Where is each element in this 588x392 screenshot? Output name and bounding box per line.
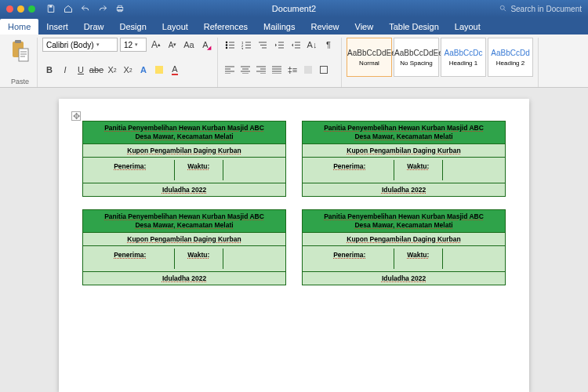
font-group: Calibri (Body)▾ 12▾ A▴ A▾ Aa A◢ B I U ab… [38,38,218,87]
ribbon: Paste Calibri (Body)▾ 12▾ A▴ A▾ Aa A◢ B … [0,34,588,88]
svg-point-9 [225,44,227,45]
page: ✥ Panitia Penyembelihan Hewan Kurban Mas… [59,99,529,392]
align-right-icon[interactable] [254,63,268,77]
svg-rect-2 [118,5,122,7]
svg-rect-0 [49,5,53,7]
ribbon-tabs: HomeInsertDrawDesignLayoutReferencesMail… [0,17,588,34]
font-color-icon[interactable]: A [168,63,182,77]
tab-home[interactable]: Home [0,19,38,34]
tab-view[interactable]: View [347,19,382,34]
tab-review[interactable]: Review [303,19,347,34]
bold-button[interactable]: B [42,63,56,77]
clear-format-icon[interactable]: A◢ [198,38,212,52]
coupon-subtitle: Kupon Pengambilan Daging Kurban [83,233,285,246]
coupon-card: Panitia Penyembelihan Hewan Kurban Masji… [302,121,506,197]
numbering-icon[interactable]: 123 [239,38,253,52]
tab-insert[interactable]: Insert [38,19,76,34]
coupon-card: Panitia Penyembelihan Hewan Kurban Masji… [82,121,286,197]
coupon-fields: Penerima:Waktu: [303,158,505,183]
search-placeholder: Search in Document [510,5,582,13]
coupon-fields: Penerima:Waktu: [303,246,505,272]
tab-design[interactable]: Design [112,19,154,34]
coupon-fields: Penerima:Waktu: [83,246,285,272]
autosave-icon[interactable] [46,4,56,13]
grow-font-icon[interactable]: A▴ [149,38,163,52]
search-icon [499,5,507,13]
tab-layout[interactable]: Layout [447,19,488,34]
tab-references[interactable]: References [196,19,256,34]
print-icon[interactable] [115,4,125,13]
document-canvas[interactable]: ✥ Panitia Penyembelihan Hewan Kurban Mas… [0,88,588,392]
shrink-font-icon[interactable]: A▾ [165,38,180,52]
sort-icon[interactable]: A↓ [305,38,319,52]
tab-mailings[interactable]: Mailings [256,19,303,34]
coupon-header: Panitia Penyembelihan Hewan Kurban Masji… [303,122,505,144]
clipboard-group: Paste [3,38,38,87]
minimize-icon[interactable] [17,5,24,13]
coupon-footer: Iduladha 2022 [83,272,285,285]
styles-gallery[interactable]: AaBbCcDdEeNormalAaBbCcDdEeNo SpacingAaBb… [347,38,533,77]
style-heading-2[interactable]: AaBbCcDdHeading 2 [488,38,533,77]
bullets-icon[interactable] [223,38,237,52]
text-effects-icon[interactable]: A [136,63,151,77]
document-title: Document2 [272,4,316,13]
coupon-header: Panitia Penyembelihan Hewan Kurban Masji… [303,210,505,233]
coupon-card: Panitia Penyembelihan Hewan Kurban Masji… [82,209,286,285]
pilcrow-icon[interactable]: ¶ [321,38,336,52]
underline-button[interactable]: U [74,63,88,77]
style-no-spacing[interactable]: AaBbCcDdEeNo Spacing [394,38,439,77]
highlight-icon[interactable] [152,63,166,77]
inc-indent-icon[interactable] [289,38,303,52]
quick-access-toolbar [46,4,125,13]
svg-rect-7 [19,49,28,61]
line-spacing-icon[interactable]: ‡≡ [285,63,299,77]
coupon-card: Panitia Penyembelihan Hewan Kurban Masji… [302,209,506,285]
justify-icon[interactable] [270,63,284,77]
tab-layout[interactable]: Layout [154,19,196,34]
styles-group: AaBbCcDdEeNormalAaBbCcDdEeNo SpacingAaBb… [342,38,539,87]
coupon-footer: Iduladha 2022 [303,272,505,285]
coupon-subtitle: Kupon Pengambilan Daging Kurban [303,233,505,246]
window-controls[interactable] [0,5,35,13]
undo-icon[interactable] [81,4,90,13]
search-box[interactable]: Search in Document [499,5,582,13]
paste-label[interactable]: Paste [11,78,29,87]
multilevel-icon[interactable] [256,38,270,52]
font-name-select[interactable]: Calibri (Body)▾ [42,38,118,52]
svg-rect-6 [15,40,21,43]
font-size-select[interactable]: 12▾ [120,38,147,52]
superscript-button[interactable]: X2 [121,63,135,77]
tab-draw[interactable]: Draw [76,19,112,34]
coupon-footer: Iduladha 2022 [303,183,505,196]
titlebar: Document2 Search in Document [0,0,588,17]
svg-point-10 [225,46,227,48]
zoom-icon[interactable] [28,5,35,13]
svg-point-8 [225,41,227,42]
style-heading-1[interactable]: AaBbCcDcHeading 1 [441,38,486,77]
align-left-icon[interactable] [223,63,237,77]
tab-table-design[interactable]: Table Design [381,19,447,34]
coupon-subtitle: Kupon Pengambilan Daging Kurban [83,144,285,158]
redo-icon[interactable] [98,4,107,13]
paste-icon[interactable] [11,39,30,63]
subscript-button[interactable]: X2 [105,63,119,77]
coupon-header: Panitia Penyembelihan Hewan Kurban Masji… [83,122,285,144]
dec-indent-icon[interactable] [272,38,286,52]
change-case-icon[interactable]: Aa [182,38,196,52]
strike-button[interactable]: abe [89,63,103,77]
style-normal[interactable]: AaBbCcDdEeNormal [347,38,392,77]
italic-button[interactable]: I [58,63,72,77]
table-anchor-icon[interactable]: ✥ [71,111,81,121]
cards-grid: Panitia Penyembelihan Hewan Kurban Masji… [82,121,506,285]
coupon-fields: Penerima:Waktu: [83,158,285,183]
svg-text:3: 3 [241,47,244,49]
coupon-header: Panitia Penyembelihan Hewan Kurban Masji… [83,210,285,233]
shading-icon[interactable] [301,63,315,77]
borders-icon[interactable] [317,63,331,77]
svg-point-4 [501,5,505,9]
align-center-icon[interactable] [238,63,252,77]
paragraph-group: 123 A↓ ¶ ‡≡ [218,38,342,87]
close-icon[interactable] [6,5,13,13]
coupon-subtitle: Kupon Pengambilan Daging Kurban [303,144,505,158]
home-icon[interactable] [64,4,73,13]
